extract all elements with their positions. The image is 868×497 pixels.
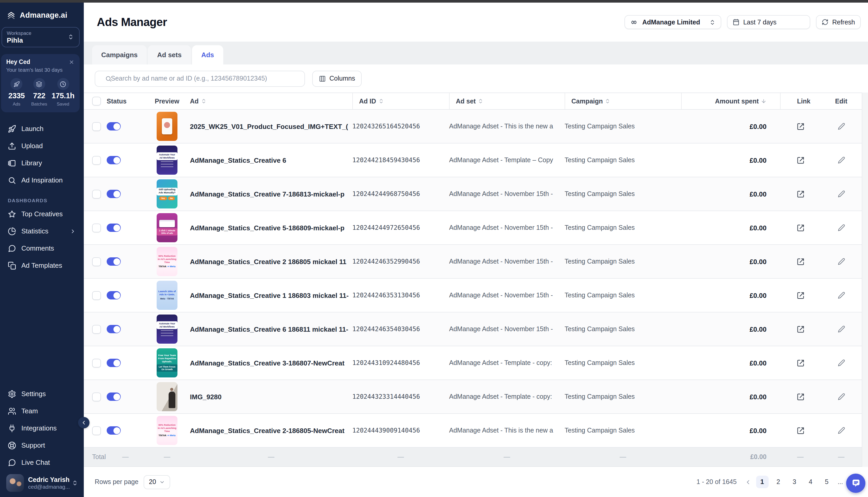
row-checkbox[interactable] — [92, 122, 101, 131]
column-header-campaign[interactable]: Campaign — [565, 93, 681, 109]
sidebar-item-launch[interactable]: Launch — [0, 120, 84, 137]
ad-preview-thumbnail[interactable] — [157, 112, 177, 141]
edit-button[interactable] — [836, 120, 847, 132]
page-button-4[interactable]: 4 — [804, 476, 817, 488]
status-toggle[interactable] — [107, 224, 121, 232]
column-header-ad-id[interactable]: Ad ID — [352, 93, 449, 109]
page-button-2[interactable]: 2 — [772, 476, 784, 488]
sidebar-item-support[interactable]: Support — [0, 437, 84, 454]
sidebar-item-settings[interactable]: Settings — [0, 385, 84, 402]
intercom-chat-button[interactable] — [846, 473, 865, 493]
status-toggle[interactable] — [107, 359, 121, 367]
ad-preview-thumbnail[interactable] — [157, 382, 177, 411]
external-link-button[interactable] — [795, 289, 806, 301]
tab-ads[interactable]: Ads — [192, 45, 223, 65]
pagination-ellipsis: ... — [838, 478, 843, 485]
ad-account-selector[interactable]: AdManage Limited — [624, 15, 721, 29]
column-header-ad-set[interactable]: Ad set — [449, 93, 565, 109]
row-checkbox[interactable] — [92, 257, 101, 266]
external-link-button[interactable] — [795, 425, 806, 436]
page-button-5[interactable]: 5 — [821, 476, 833, 488]
edit-button[interactable] — [836, 188, 847, 200]
logo[interactable]: Admanage.ai — [0, 3, 84, 26]
tab-campaigns[interactable]: Campaigns — [92, 45, 147, 65]
ad-preview-thumbnail[interactable]: 90% Reduction in Ad Launching TimeTikTok… — [157, 247, 177, 276]
column-header-amount-spent[interactable]: Amount spent — [681, 93, 780, 109]
external-link-button[interactable] — [795, 323, 806, 335]
status-toggle[interactable] — [107, 291, 121, 299]
select-all-checkbox[interactable] — [92, 97, 101, 105]
previous-page-button[interactable] — [744, 479, 751, 485]
edit-button[interactable] — [836, 425, 847, 436]
sidebar-item-library[interactable]: Library — [0, 154, 84, 172]
row-checkbox[interactable] — [92, 426, 101, 435]
ad-preview-thumbnail[interactable]: 90% Reduction in Ad Launching TimeTikTok… — [157, 416, 177, 445]
ad-set-cell: AdManage Adset - November 15th - — [449, 224, 565, 231]
edit-button[interactable] — [836, 391, 847, 402]
status-toggle[interactable] — [107, 257, 121, 266]
admanage-logo-icon — [6, 10, 16, 20]
column-header-select[interactable] — [92, 93, 107, 109]
external-link-button[interactable] — [795, 154, 806, 166]
refresh-button[interactable]: Refresh — [816, 15, 861, 29]
edit-button[interactable] — [836, 256, 847, 267]
status-toggle[interactable] — [107, 190, 121, 198]
page-button-3[interactable]: 3 — [788, 476, 801, 488]
sidebar-item-upload[interactable]: Upload — [0, 137, 84, 154]
tab-adsets[interactable]: Ad sets — [148, 45, 191, 65]
row-checkbox[interactable] — [92, 325, 101, 333]
sidebar-item-live-chat[interactable]: Live Chat — [0, 454, 84, 471]
ad-preview-thumbnail[interactable]: Automate Your Ad Workflows — [157, 145, 177, 175]
search-input[interactable] — [95, 70, 305, 87]
user-menu[interactable]: Cedric Yarish ced@admanag... — [0, 471, 84, 497]
close-icon[interactable] — [69, 59, 74, 65]
row-checkbox[interactable] — [92, 189, 101, 198]
pagination-range-label: 1 - 20 of 1645 — [697, 478, 736, 485]
sidebar-item-ad-templates[interactable]: Ad Templates — [0, 257, 84, 274]
sidebar-item-ad-inspiration[interactable]: Ad Inspiration — [0, 172, 84, 189]
edit-button[interactable] — [836, 289, 847, 301]
sidebar-item-comments[interactable]: Comments — [0, 240, 84, 257]
edit-button[interactable] — [836, 222, 847, 233]
pie-chart-icon — [8, 227, 16, 235]
column-header-ad[interactable]: Ad — [190, 93, 352, 109]
external-link-button[interactable] — [795, 357, 806, 369]
status-toggle[interactable] — [107, 426, 121, 435]
ad-preview-thumbnail[interactable]: Free Your Team From Repetitive Uploads.L… — [157, 348, 177, 378]
rows-per-page-select[interactable]: 20 — [143, 475, 170, 489]
status-toggle[interactable] — [107, 122, 121, 130]
external-link-button[interactable] — [795, 188, 806, 200]
external-link-button[interactable] — [795, 120, 806, 132]
external-link-button[interactable] — [795, 391, 806, 402]
ad-preview-thumbnail[interactable]: Still Uploading Ads Manually?YesNo — [157, 179, 177, 209]
status-toggle[interactable] — [107, 325, 121, 333]
edit-button[interactable] — [836, 154, 847, 166]
sort-desc-icon — [761, 98, 767, 104]
campaign-cell: Testing Campaign Sales — [565, 325, 681, 333]
ad-preview-thumbnail[interactable]: Launch 100s of Ads in <1min.Meta · TikTo… — [157, 281, 177, 310]
row-checkbox[interactable] — [92, 223, 101, 232]
sidebar-item-top-creatives[interactable]: Top Creatives — [0, 205, 84, 223]
date-range-selector[interactable]: Last 7 days — [727, 15, 810, 29]
status-toggle[interactable] — [107, 393, 121, 401]
row-checkbox[interactable] — [92, 358, 101, 367]
vertical-scrollbar[interactable] — [862, 93, 868, 467]
sidebar-collapse-button[interactable] — [78, 417, 89, 428]
ad-preview-thumbnail[interactable]: Automate Your Ad Workflows — [157, 314, 177, 344]
sidebar-item-statistics[interactable]: Statistics — [0, 223, 84, 240]
sidebar-item-team[interactable]: Team — [0, 402, 84, 420]
edit-button[interactable] — [836, 357, 847, 369]
page-button-1[interactable]: 1 — [756, 476, 768, 488]
row-checkbox[interactable] — [92, 392, 101, 401]
status-toggle[interactable] — [107, 156, 121, 164]
edit-button[interactable] — [836, 323, 847, 335]
columns-label: Columns — [329, 75, 355, 82]
row-checkbox[interactable] — [92, 291, 101, 300]
workspace-selector[interactable]: Workspace Pihla — [2, 27, 80, 47]
external-link-button[interactable] — [795, 256, 806, 267]
external-link-button[interactable] — [795, 222, 806, 233]
ad-preview-thumbnail[interactable]: 1 click 1 minute 100s of ads — [157, 213, 177, 242]
row-checkbox[interactable] — [92, 156, 101, 165]
sidebar-item-integrations[interactable]: Integrations — [0, 420, 84, 437]
columns-button[interactable]: Columns — [312, 70, 362, 87]
